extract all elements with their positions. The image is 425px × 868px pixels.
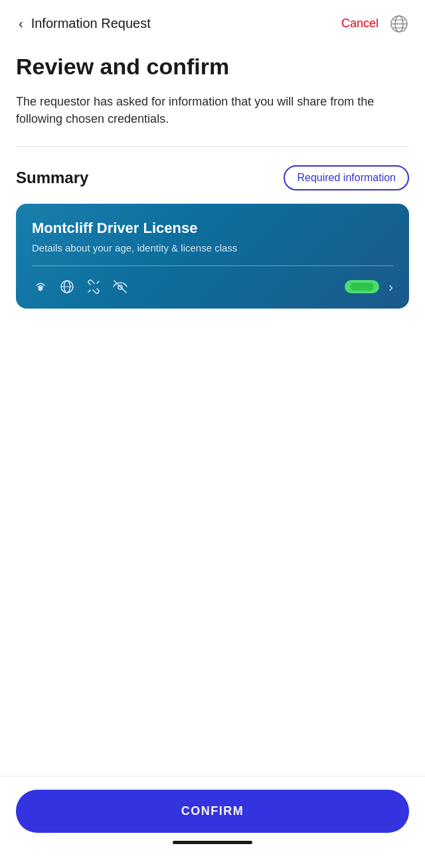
status-pill: [345, 280, 379, 293]
header-title: Information Request: [31, 16, 151, 31]
card-subtitle: Details about your age, identity & licen…: [32, 242, 393, 253]
globe-icon: [389, 14, 409, 34]
card-footer-right: ›: [345, 279, 393, 295]
card-footer: ›: [32, 278, 393, 295]
cancel-button[interactable]: Cancel: [341, 17, 379, 31]
credential-card[interactable]: Montcliff Driver License Details about y…: [16, 204, 409, 309]
radio-icon: [32, 278, 49, 295]
svg-line-10: [97, 281, 99, 283]
bottom-area: CONFIRM: [0, 776, 425, 868]
back-arrow-icon: ‹: [19, 16, 23, 31]
globe-small-icon: [58, 278, 76, 295]
header-right: Cancel: [341, 14, 409, 34]
header-left: ‹ Information Request: [16, 13, 151, 34]
back-button[interactable]: ‹: [16, 13, 26, 34]
svg-point-5: [39, 287, 42, 291]
header: ‹ Information Request Cancel: [0, 0, 425, 40]
card-divider: [32, 265, 393, 266]
summary-row: Summary Required information: [16, 165, 409, 190]
page-title: Review and confirm: [16, 54, 409, 80]
card-title: Montcliff Driver License: [32, 220, 393, 237]
globe-icon-button[interactable]: [389, 14, 409, 34]
hidden-icon: [112, 278, 129, 295]
main-content: Review and confirm The requestor has ask…: [0, 40, 425, 309]
status-active-indicator: [350, 283, 374, 291]
card-chevron-icon: ›: [388, 279, 393, 295]
summary-label: Summary: [16, 169, 88, 187]
section-divider: [16, 146, 409, 147]
page-description: The requestor has asked for information …: [16, 93, 409, 127]
svg-line-9: [88, 290, 90, 292]
unlink-icon: [85, 278, 102, 295]
confirm-button[interactable]: CONFIRM: [16, 790, 409, 833]
card-icons: [32, 278, 129, 295]
required-information-button[interactable]: Required information: [284, 165, 409, 190]
home-indicator: [173, 841, 252, 844]
